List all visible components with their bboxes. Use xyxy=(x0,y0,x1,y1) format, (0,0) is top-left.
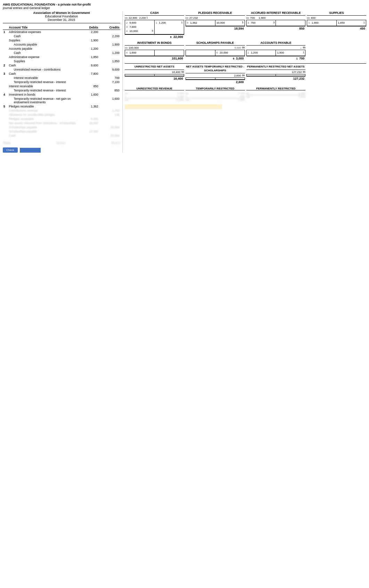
temp-restricted-col: NET ASSETS TEMPORARILY RESTRICTED - SCHO… xyxy=(186,65,245,84)
ledger-entry: 4 10,000 5 xyxy=(126,29,153,33)
pr-label: bb xyxy=(246,92,249,95)
ap-bb-value: – xyxy=(300,46,302,49)
inv-balance: 101,600 xyxy=(125,56,184,61)
table-row: 1 Administrative expenses 2,200 xyxy=(3,30,120,34)
ref-label: 1 xyxy=(156,21,157,24)
credit-value: 2,200 xyxy=(99,34,120,38)
credit-value xyxy=(99,38,120,42)
unrestricted-revenue-content: bb 9,600 2 1,350 bal 10,950 xyxy=(125,92,184,102)
credit-value xyxy=(99,30,120,34)
credit-value: 1,200 xyxy=(99,51,120,55)
table-row: Accounts payable 1,200 xyxy=(3,47,120,51)
ur-label2: 2 xyxy=(125,95,126,98)
note: 1 xyxy=(303,51,304,55)
perm-restricted-col: PERMANENTLY RESTRICTED NET ASSETS 127,23… xyxy=(246,65,306,84)
trs-bb-label: bb xyxy=(242,74,245,77)
total-credits: 55,912 xyxy=(111,141,120,145)
ledger-entry: 1 1,200 xyxy=(248,51,275,55)
account-title: Temporarily restricted revenue - interes… xyxy=(8,80,78,84)
entry-num xyxy=(3,59,8,63)
spacer3 xyxy=(307,87,366,102)
debit-value xyxy=(78,108,99,113)
page-title: AWG EDUCATIONAL FOUNDATION - a private n… xyxy=(3,3,366,6)
cash-title: CASH xyxy=(125,11,184,16)
perm-restricted-header: PERMANENTLY RESTRICTED NET ASSETS xyxy=(246,65,306,70)
table-row: Interest receivable 700 xyxy=(3,76,120,80)
account-title: Unrestricted revenue - contributions xyxy=(8,67,78,72)
debit-value xyxy=(78,76,99,80)
journal-section: Association of Women in Government Educa… xyxy=(3,11,123,153)
entry-num xyxy=(3,67,8,72)
page-subtitle: journal entries and General ledger xyxy=(3,6,366,10)
trs-bb-value: 2,600 xyxy=(234,74,241,77)
account-title: Pledges receivable xyxy=(8,104,78,108)
cash-bb-value: 22,900 xyxy=(129,16,137,19)
col-debits: Debits xyxy=(78,25,99,30)
entry-num xyxy=(3,108,8,113)
table-row: Net assets released from restrictions - … xyxy=(3,121,120,125)
debit-value: 5,000 xyxy=(78,117,99,121)
account-title: Supplies xyxy=(8,59,78,63)
ref-label: 3 xyxy=(126,25,128,29)
entry-num xyxy=(3,125,8,129)
table-row: Scholarships payable 22,000 xyxy=(3,129,120,134)
credit-value: 1,350 xyxy=(99,108,120,113)
entry-num xyxy=(3,84,8,88)
check-button[interactable]: Check xyxy=(3,147,18,153)
pr-bal-value: 1,600 xyxy=(298,95,305,98)
una-balance: 16,400 xyxy=(125,76,184,81)
credit-value xyxy=(99,117,120,121)
account-title: Cash xyxy=(8,51,78,55)
inv-bb-value: 100,000 xyxy=(129,46,139,49)
account-title: Accounts payable xyxy=(8,42,78,47)
score-input[interactable] xyxy=(20,148,41,153)
total-debits: 55,912 xyxy=(56,141,65,145)
entry-num xyxy=(3,55,8,59)
entry-num xyxy=(3,42,8,47)
pledges-account: PLEDGES RECEIVABLE bb 27,232 5 1,362 xyxy=(186,11,245,39)
ur-bal-label: bal xyxy=(125,98,129,102)
account-title: Temporarily restricted revenue - net gai… xyxy=(8,97,78,104)
account-title: Net assets released from restrictions - … xyxy=(8,121,78,125)
ref-label: 4 xyxy=(126,30,128,33)
ref-label: 2 xyxy=(126,21,128,24)
ai-balance-value: 850 xyxy=(299,27,304,30)
scholarships-payable-account: SCHOLARSHIPS PAYABLE 5,000 bb 6 20,000 xyxy=(186,41,245,61)
entry-num xyxy=(3,76,8,80)
ref-label: 5 xyxy=(187,21,188,24)
table-row: Allowance for uncollectible pledges 136 xyxy=(3,113,120,117)
account-title: Temporarily restricted revenue - interes… xyxy=(8,88,78,92)
table-row: Administrative expense 1,850 xyxy=(3,55,120,59)
prna-bb-label: bb xyxy=(303,71,305,74)
account-title: Contributions revenue xyxy=(8,108,78,113)
entry-num: 2 xyxy=(3,63,8,67)
button-area: Check xyxy=(3,147,120,153)
account-title: Administrative expense xyxy=(8,55,78,59)
temp-restricted-revenue-content: bb 7,100 3 850 bal 7,950 xyxy=(186,92,245,102)
perm-restricted-revenue-col: PERMANENTLY RESTRICTED bb 1,600 bal 1,60… xyxy=(246,87,306,102)
unrestricted-header: UNRESTRICTED NET ASSETS xyxy=(125,65,184,70)
account-title: Cash xyxy=(8,34,78,38)
sp-balance: 6 3,000 xyxy=(186,56,245,61)
ledger-entry: 4 1,600 xyxy=(126,51,153,55)
col-num xyxy=(3,25,8,30)
una-bb-label: bb xyxy=(181,71,184,74)
debit-value xyxy=(78,42,99,47)
supplies-balance-value: 450 xyxy=(360,27,365,30)
cash-account: CASH bb 22,900 2,200 1 2 9,600 xyxy=(125,11,184,39)
credit-value: 700 xyxy=(99,76,120,80)
account-title: Supplies xyxy=(8,38,78,42)
pr-value: 1,600 xyxy=(298,92,305,95)
accounts-payable-account: ACCOUNTS PAYABLE – bb 1 1,200 xyxy=(246,41,306,61)
entry-num xyxy=(3,97,8,104)
ap-balance-value: 700 xyxy=(299,57,304,60)
supplies-account: SUPPLIES bb 400 1 1,900 1,8 xyxy=(307,11,366,39)
account-title: Accounts payable xyxy=(8,47,78,51)
account-title: Allowance for uncollectible pledges xyxy=(8,113,78,117)
table-row: Cash 1,200 xyxy=(3,51,120,55)
scholarships-payable-title: SCHOLARSHIPS PAYABLE xyxy=(186,41,245,46)
ledger-entry: 6 20,000 xyxy=(216,51,244,55)
una-balance-value: 16,400 xyxy=(173,77,183,80)
cash-credit-1-ref: 2,200 xyxy=(139,16,146,19)
ref-label: 4 xyxy=(126,51,128,54)
